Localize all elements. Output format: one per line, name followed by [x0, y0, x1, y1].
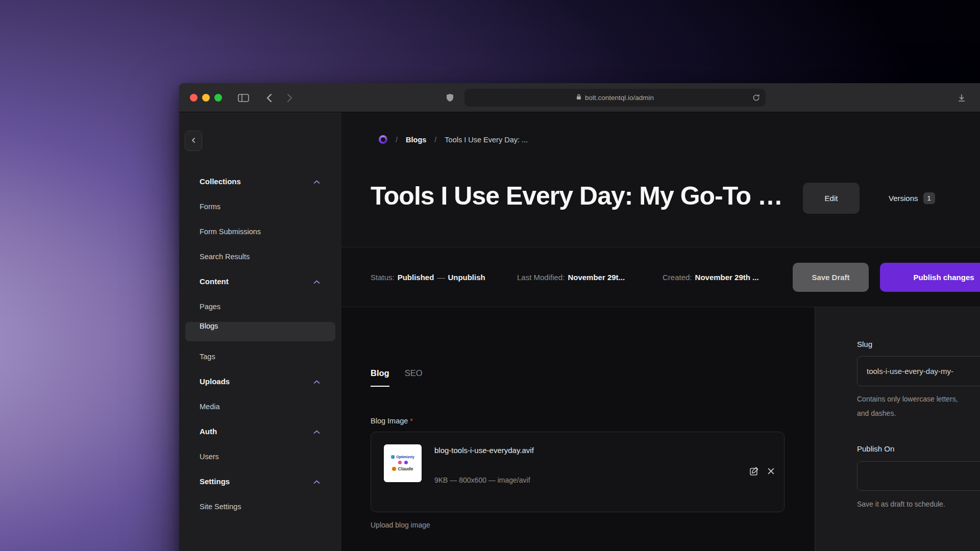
brand-logo-icon [391, 455, 395, 459]
remove-file-button[interactable] [767, 467, 775, 477]
sidebar-item-users[interactable]: Users [179, 444, 341, 469]
slug-input[interactable] [857, 356, 980, 386]
lock-icon [576, 94, 581, 102]
publish-changes-button[interactable]: Publish changes [880, 263, 980, 292]
refresh-icon[interactable] [752, 94, 760, 103]
blog-image-field-label: Blog Image* [371, 417, 413, 425]
sidebar-item-pages[interactable]: Pages [179, 294, 341, 319]
publish-on-label: Publish On [857, 444, 894, 453]
form-column: Blog SEO Blog Image* Optimizely [341, 307, 815, 551]
zoom-window-button[interactable] [214, 94, 222, 102]
file-actions [749, 432, 775, 512]
sidebar-item-blogs[interactable]: Blogs [185, 322, 335, 341]
browser-toolbar: bolt.contentql.io/admin [179, 83, 980, 112]
sidebar-section-content[interactable]: Content [179, 269, 341, 294]
publish-on-input[interactable] [857, 461, 980, 491]
unpublish-link[interactable]: Unpublish [448, 273, 485, 282]
page-title: Tools I Use Every Day: My Go-To … [371, 181, 782, 211]
brand-label: Optimizely [396, 455, 414, 459]
address-bar[interactable]: bolt.contentql.io/admin [464, 89, 766, 107]
last-modified-group: Last Modified: November 29t... [517, 247, 625, 307]
sidebar-item-search-results[interactable]: Search Results [179, 244, 341, 269]
chevron-up-icon [313, 277, 320, 286]
section-label: Collections [200, 177, 241, 186]
window-controls [190, 94, 222, 102]
sidebar-item-tags[interactable]: Tags [179, 344, 341, 369]
main-area: / Blogs / Tools I Use Every Day: ... Too… [341, 112, 980, 551]
sidebar-item-site-settings[interactable]: Site Settings [179, 494, 341, 519]
sidebar-item-form-submissions[interactable]: Form Submissions [179, 219, 341, 244]
sidebar-item-media[interactable]: Media [179, 394, 341, 419]
download-icon[interactable] [957, 83, 967, 112]
meta-panel: Slug Contains only lowercase letters, an… [815, 307, 980, 551]
thumbnail-logos: Optimizely [391, 455, 414, 459]
slug-label: Slug [857, 340, 872, 348]
blog-image-thumbnail[interactable]: Optimizely Claude [384, 444, 422, 482]
forward-icon[interactable] [284, 83, 295, 112]
x-icon [767, 467, 775, 477]
required-asterisk: * [410, 417, 413, 425]
edit-file-button[interactable] [749, 466, 760, 478]
section-label: Content [200, 277, 229, 286]
versions-button[interactable]: Versions 1 [889, 192, 935, 204]
pencil-square-icon [749, 466, 760, 478]
sidebar-section-auth[interactable]: Auth [179, 419, 341, 444]
chevron-up-icon [313, 177, 320, 186]
created-group: Created: November 29th ... [663, 247, 759, 307]
admin-sidebar: Collections Forms Form Submissions Searc… [179, 112, 341, 551]
blog-image-file-card: Optimizely Claude [371, 432, 785, 512]
minimize-window-button[interactable] [202, 94, 210, 102]
versions-label: Versions [889, 194, 918, 203]
status-label: Status: [371, 273, 395, 282]
section-label: Uploads [200, 377, 230, 386]
section-label: Settings [200, 477, 230, 486]
thumbnail-claude: Claude [392, 466, 413, 471]
tab-bar: Blog SEO [371, 368, 423, 387]
document-content: Blog SEO Blog Image* Optimizely [341, 307, 980, 551]
brand-dot-icon [404, 461, 408, 464]
created-label: Created: [663, 273, 692, 282]
breadcrumb-blogs-link[interactable]: Blogs [406, 136, 426, 144]
sidebar-section-settings[interactable]: Settings [179, 469, 341, 494]
file-name[interactable]: blog-tools-i-use-everyday.avif [434, 446, 534, 455]
upload-helper-text: Upload blog image [371, 521, 430, 529]
versions-count-badge: 1 [923, 192, 935, 204]
save-draft-button[interactable]: Save Draft [793, 263, 869, 292]
last-modified-value: November 29t... [568, 273, 625, 282]
last-modified-label: Last Modified: [517, 273, 565, 282]
status-value: Published [398, 273, 434, 282]
chevron-left-icon [190, 136, 197, 145]
status-separator: — [437, 273, 445, 282]
sidebar-section-collections[interactable]: Collections [179, 169, 341, 194]
publish-on-helper: Save it as draft to schedule. [857, 500, 945, 508]
tab-seo[interactable]: SEO [405, 368, 423, 387]
collapse-sidebar-button[interactable] [185, 131, 202, 151]
chevron-up-icon [313, 377, 320, 386]
app-logo-icon[interactable] [379, 135, 387, 144]
sidebar-nav: Collections Forms Form Submissions Searc… [179, 169, 341, 519]
sidebar-toggle-icon[interactable] [237, 83, 250, 112]
brand-dot-icon [398, 461, 402, 464]
document-header: / Blogs / Tools I Use Every Day: ... Too… [341, 112, 980, 247]
url-text: bolt.contentql.io/admin [585, 94, 654, 102]
thumbnail-dots [398, 461, 408, 464]
browser-window: bolt.contentql.io/admin [179, 83, 980, 551]
breadcrumb-separator: / [434, 136, 436, 144]
sidebar-section-uploads[interactable]: Uploads [179, 369, 341, 394]
chevron-up-icon [313, 427, 320, 436]
page-body: Collections Forms Form Submissions Searc… [179, 112, 980, 551]
privacy-shield-icon[interactable] [445, 83, 455, 112]
tab-blog[interactable]: Blog [371, 368, 389, 387]
back-icon[interactable] [264, 83, 274, 112]
breadcrumb-separator: / [396, 136, 398, 144]
status-group: Status: Published — Unpublish [371, 247, 485, 307]
close-window-button[interactable] [190, 94, 198, 102]
field-label-text: Blog Image [371, 417, 408, 425]
edit-button[interactable]: Edit [803, 183, 860, 214]
brand-dot-icon [392, 467, 396, 471]
sidebar-item-forms[interactable]: Forms [179, 194, 341, 219]
created-value: November 29th ... [695, 273, 759, 282]
section-label: Auth [200, 427, 217, 436]
file-meta: 9KB — 800x600 — image/avif [434, 476, 530, 484]
slug-helper-line1: Contains only lowercase letters, [857, 395, 958, 403]
